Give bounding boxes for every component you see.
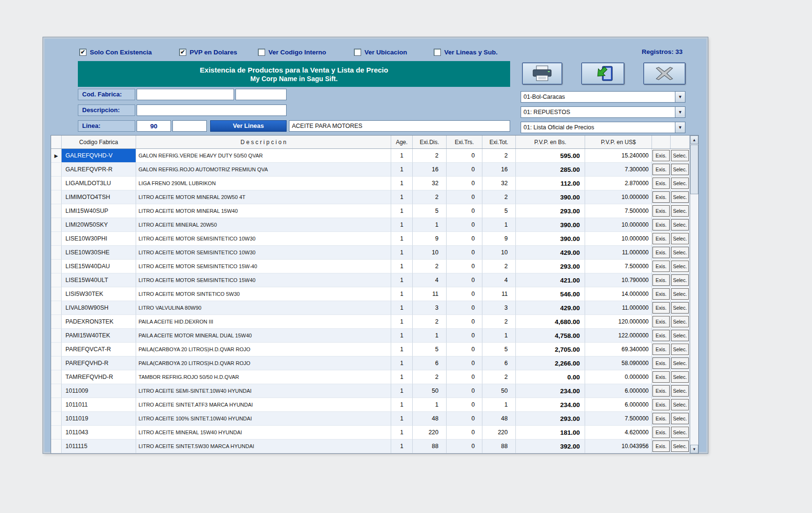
codigo-cell[interactable]: LIVAL80W90SH <box>62 301 136 315</box>
selec-button[interactable]: Selec. <box>671 385 689 397</box>
exis-button[interactable]: Exis. <box>652 302 670 314</box>
scroll-down-icon[interactable]: ▼ <box>690 445 698 453</box>
exis-button[interactable]: Exis. <box>652 150 670 161</box>
row-selector[interactable]: ▶ <box>51 149 62 163</box>
exis-button[interactable]: Exis. <box>652 344 670 355</box>
scrollbar-track[interactable] <box>690 194 698 445</box>
codigo-cell[interactable]: 1011115 <box>62 440 136 453</box>
linea-select[interactable]: 01: REPUESTOS ▼ <box>521 106 685 118</box>
codigo-cell[interactable]: PAMI15W40TEK <box>62 329 136 343</box>
selec-button[interactable]: Selec. <box>671 274 689 286</box>
row-selector[interactable] <box>51 315 62 329</box>
codigo-cell[interactable]: LISI5W30TEK <box>62 287 136 301</box>
exis-button[interactable]: Exis. <box>652 330 670 341</box>
row-selector[interactable] <box>51 246 62 260</box>
selec-button[interactable]: Selec. <box>671 247 689 258</box>
linea-input[interactable] <box>137 120 171 132</box>
chevron-down-icon[interactable]: ▼ <box>675 122 685 133</box>
selec-button[interactable]: Selec. <box>671 219 689 230</box>
row-selector[interactable] <box>51 218 62 232</box>
row-selector[interactable] <box>51 370 62 384</box>
row-selector[interactable] <box>51 329 62 343</box>
exis-button[interactable]: Exis. <box>652 427 670 438</box>
exis-button[interactable]: Exis. <box>652 261 670 272</box>
codigo-cell[interactable]: 1011043 <box>62 426 136 440</box>
branch-select[interactable]: 01-Bol-Caracas ▼ <box>521 91 685 103</box>
selec-button[interactable]: Selec. <box>671 150 689 161</box>
scroll-up-icon[interactable]: ▲ <box>690 136 698 144</box>
codigo-cell[interactable]: LIMI20W50SKY <box>62 218 136 232</box>
exis-button[interactable]: Exis. <box>652 178 670 189</box>
selec-button[interactable]: Selec. <box>671 440 689 452</box>
exis-button[interactable]: Exis. <box>652 440 670 452</box>
selec-button[interactable]: Selec. <box>671 164 689 175</box>
checkbox-icon[interactable]: ✔ <box>79 49 86 56</box>
exis-button[interactable]: Exis. <box>652 385 670 397</box>
codigo-cell[interactable]: PAREFQVCAT-R <box>62 343 136 356</box>
chevron-down-icon[interactable]: ▼ <box>675 107 685 117</box>
exis-button[interactable]: Exis. <box>652 233 670 244</box>
selec-button[interactable]: Selec. <box>671 413 689 424</box>
codigo-cell[interactable]: PADEXRON3TEK <box>62 315 136 329</box>
selec-button[interactable]: Selec. <box>671 399 689 410</box>
row-selector[interactable] <box>51 163 62 177</box>
row-selector[interactable] <box>51 232 62 246</box>
selec-button[interactable]: Selec. <box>671 205 689 217</box>
exis-button[interactable]: Exis. <box>652 274 670 286</box>
checkbox-icon[interactable] <box>434 49 441 56</box>
row-selector[interactable] <box>51 343 62 356</box>
chevron-down-icon[interactable]: ▼ <box>675 92 685 102</box>
row-selector[interactable] <box>51 426 62 440</box>
row-selector[interactable] <box>51 440 62 453</box>
selec-button[interactable]: Selec. <box>671 233 689 244</box>
vertical-scrollbar[interactable]: ▲ ▼ <box>690 136 698 453</box>
selec-button[interactable]: Selec. <box>671 427 689 438</box>
export-button[interactable] <box>581 63 624 84</box>
exis-button[interactable]: Exis. <box>652 288 670 300</box>
row-selector[interactable] <box>51 204 62 218</box>
codigo-cell[interactable]: LISE15W40ULT <box>62 273 136 287</box>
checkbox-icon[interactable] <box>354 49 361 56</box>
selec-button[interactable]: Selec. <box>671 316 689 327</box>
sublinea-input[interactable] <box>172 120 207 132</box>
checkbox-ver-lineas-y-sub[interactable]: Ver Lineas y Sub. <box>434 48 498 56</box>
row-selector[interactable] <box>51 190 62 204</box>
codigo-cell[interactable]: LISE10W30PHI <box>62 232 136 246</box>
checkbox-ver-codigo-interno[interactable]: Ver Codigo Interno <box>258 48 326 56</box>
codigo-cell[interactable]: LISE10W30SHE <box>62 246 136 260</box>
codigo-cell[interactable]: 1011009 <box>62 384 136 398</box>
codigo-cell[interactable]: LIMIMOTO4TSH <box>62 190 136 204</box>
row-selector[interactable] <box>51 384 62 398</box>
checkbox-ver-ubicacion[interactable]: Ver Ubicacion <box>354 48 407 56</box>
selec-button[interactable]: Selec. <box>671 288 689 300</box>
row-selector[interactable] <box>51 412 62 426</box>
exis-button[interactable]: Exis. <box>652 399 670 410</box>
checkbox-icon[interactable] <box>258 49 265 56</box>
exit-button[interactable] <box>643 63 685 84</box>
exis-button[interactable]: Exis. <box>652 371 670 383</box>
ver-lineas-button[interactable]: Ver Lineas <box>210 120 287 132</box>
scrollbar-thumb[interactable] <box>690 145 698 194</box>
codigo-cell[interactable]: LIGAMLDOT3LU <box>62 177 136 190</box>
codigo-cell[interactable]: TAMREFQVHD-R <box>62 370 136 384</box>
codigo-cell[interactable]: 1011011 <box>62 398 136 412</box>
selec-button[interactable]: Selec. <box>671 191 689 203</box>
row-selector[interactable] <box>51 287 62 301</box>
row-selector[interactable] <box>51 356 62 370</box>
checkbox-icon[interactable]: ✔ <box>179 49 186 56</box>
exis-button[interactable]: Exis. <box>652 357 670 369</box>
codigo-cell[interactable]: GALREFQVPR-R <box>62 163 136 177</box>
exis-button[interactable]: Exis. <box>652 413 670 424</box>
descripcion-input[interactable] <box>137 105 287 116</box>
checkbox-pvp-en-dolares[interactable]: ✔ PVP en Dolares <box>179 48 237 56</box>
exis-button[interactable]: Exis. <box>652 164 670 175</box>
codigo-cell[interactable]: PAREFQVHD-R <box>62 356 136 370</box>
exis-button[interactable]: Exis. <box>652 205 670 217</box>
codigo-cell[interactable]: LISE15W40DAU <box>62 260 136 273</box>
cod-fabrica-input-2[interactable] <box>235 89 287 100</box>
row-selector[interactable] <box>51 301 62 315</box>
row-selector[interactable] <box>51 177 62 190</box>
cod-fabrica-input[interactable] <box>137 89 234 100</box>
selec-button[interactable]: Selec. <box>671 371 689 383</box>
selec-button[interactable]: Selec. <box>671 330 689 341</box>
